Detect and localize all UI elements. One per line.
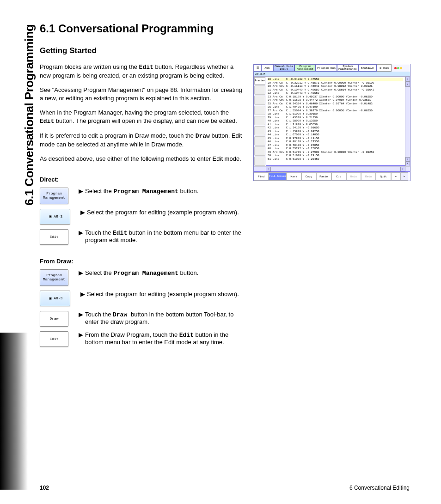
code-line: 31 Arc Cw X -0.10449 Y 0.48650 XCenter 0… <box>268 88 403 92</box>
side-tool-button[interactable] <box>254 106 265 115</box>
code-line: 50 Line X 0.51000 Y -0.28150 <box>268 154 403 158</box>
para-2: See "Accessing Program Management" on pa… <box>40 86 243 102</box>
fromdraw-step-2: ▶Select the program for editing (example… <box>80 291 247 298</box>
program-management-button[interactable]: ProgramManagement <box>40 188 68 204</box>
filename-bar: AR-3.M <box>254 72 410 77</box>
code-line: 43 Line X 1.15800 Y -0.08250 <box>268 130 403 134</box>
program-file-button[interactable]: ▣ AR-3 <box>40 291 70 306</box>
draw-button[interactable]: Draw <box>40 311 68 327</box>
code-line: 33 Arc Cw X 0.18189 Y 0.45037 XCenter 0.… <box>268 95 403 99</box>
program-listing: 28 Line X -0.34982 Y 0.4755029 Arc Cw X … <box>266 77 405 166</box>
direct-step-3: ▶Touch the Edit button in the bottom men… <box>79 229 245 243</box>
code-line: 30 Arc Ccw X -0.16113 Y 0.45042 XCenter … <box>268 85 403 88</box>
keyboard-icon[interactable]: ⌨ <box>391 172 400 181</box>
side-tool-button[interactable] <box>254 136 265 146</box>
code-line: 49 Arc Ccw X 0.51775 Y -0.27900 XCenter … <box>268 151 403 154</box>
code-line: 29 Arc Cw X -0.32012 Y 0.45571 XCenter 0… <box>268 81 403 85</box>
direct-step-2: ▶Select the program for editing (example… <box>80 209 247 216</box>
fromdraw-step-1: ▶Select the Program Management button. <box>79 269 245 277</box>
page-number: 102 <box>40 485 49 491</box>
fromdraw-step-3: ▶Touch the Draw button in the bottom but… <box>79 311 245 325</box>
redo-button[interactable]: Redo <box>361 172 376 181</box>
code-line: 42 Line X 1.24100 Y -0.01650 <box>268 126 403 130</box>
direct-step-1: ▶Select the Program Management button. <box>79 188 245 195</box>
para-4: If it is preferred to edit a program in … <box>40 132 243 148</box>
horizontal-scrollbar[interactable]: ◂ ▸ <box>254 166 410 171</box>
code-line: 39 Line X 1.45300 Y 0.21750 <box>268 116 403 120</box>
shutdown-button[interactable]: Shutdown <box>358 64 377 72</box>
edit-button[interactable]: Edit <box>40 331 68 347</box>
status-indicators <box>392 64 404 72</box>
paste-button[interactable]: Paste <box>316 172 331 181</box>
fromdraw-step-4: ▶From the Draw Program, touch the Edit b… <box>79 331 245 346</box>
scroll-left-icon[interactable]: ◂ <box>266 167 271 171</box>
editor-screenshot: ☰ ABC Manual DataInput ProgramManagement… <box>253 64 410 181</box>
menu-icon[interactable]: ☰ <box>254 64 261 72</box>
scroll-down-icon[interactable]: ▾ <box>405 161 410 166</box>
code-line: 46 Line X 0.88100 Y -0.23350 <box>268 140 403 144</box>
side-tool-button[interactable] <box>254 146 265 156</box>
find-button[interactable]: Find <box>254 172 269 181</box>
page-title: 6.1 Conversational Programming <box>40 22 410 35</box>
mark-button[interactable]: Mark <box>287 172 301 181</box>
code-line: 32 Line X -0.10443 Y 0.48650 <box>268 91 403 95</box>
left-gradient-strip <box>0 333 28 490</box>
para-1: Program blocks are written using the Edi… <box>40 63 243 79</box>
side-tool-button[interactable] <box>254 157 265 166</box>
side-tool-button[interactable] <box>254 116 265 125</box>
copy-button[interactable]: Copy <box>301 172 316 181</box>
system-maintenance-tab[interactable]: SystemMaintenance <box>337 64 358 72</box>
from-draw-label: From Draw: <box>40 258 410 265</box>
cut-button[interactable]: Cut <box>331 172 346 181</box>
code-line: 47 Line X 0.78100 Y -0.26850 <box>268 144 403 147</box>
code-line: 45 Line X 0.97800 Y -0.19150 <box>268 137 403 140</box>
code-line: 41 Line X 1.31800 Y 0.05550 <box>268 123 403 127</box>
undo-button[interactable]: Undo <box>346 172 361 181</box>
vertical-scrollbar[interactable]: ▴ ▴ ▾ ▾ <box>405 77 410 166</box>
chapter-label: 6 Conversational Editing <box>349 485 410 491</box>
code-line: 48 Line X 0.55242 Y -0.25850 <box>268 147 403 151</box>
code-line: 38 Line X 1.51000 Y 0.30650 <box>268 112 403 116</box>
code-line: 36 Line X 1.40426 Y 0.47509 <box>268 105 403 109</box>
side-tool-button[interactable] <box>254 85 265 95</box>
fullscreen-button[interactable]: Full-Screen <box>269 172 286 181</box>
side-tool-button[interactable] <box>254 96 265 105</box>
preview-button[interactable]: Preview <box>254 77 265 85</box>
mdi-tab[interactable]: Manual DataInput <box>273 64 294 72</box>
code-line: 44 Line X 1.07000 Y -0.14050 <box>268 133 403 137</box>
section-title: Getting Started <box>40 46 410 55</box>
code-line: 37 Arc Cw X 1.55024 Y 0.38370 XCenter 0.… <box>268 109 403 113</box>
code-line: 51 Line X 0.51000 Y -0.28450 <box>268 158 403 161</box>
next-arrow-icon[interactable]: ➤ <box>400 172 408 181</box>
program-file-button[interactable]: ▣ AR-3 <box>40 209 70 225</box>
quit-button[interactable]: Quit <box>376 172 391 181</box>
side-heading: 6.1 Conversational Programming <box>22 24 37 206</box>
code-line: 40 Line X 1.38900 Y 0.13350 <box>268 119 403 123</box>
code-line: 35 Arc Cw X 0.34324 Y 0.46400 XCenter 0.… <box>268 102 403 106</box>
scroll-right-icon[interactable]: ▸ <box>400 167 405 171</box>
scroll-up-icon[interactable]: ▴ <box>405 82 410 87</box>
para-5: As described above, use either of the fo… <box>40 155 243 163</box>
edit-button[interactable]: Edit <box>40 229 68 245</box>
abc-button[interactable]: ABC <box>261 64 273 72</box>
scroll-up-icon[interactable]: ▴ <box>405 77 410 82</box>
program-management-button[interactable]: ProgramManagement <box>40 269 68 286</box>
para-3: When in the Program Manager, having the … <box>40 109 243 125</box>
clock: 3:56pm <box>377 64 392 72</box>
program-run-tab[interactable]: Program Run <box>316 64 337 72</box>
code-line: 28 Line X -0.34982 Y 0.47550 <box>268 78 403 81</box>
program-management-tab[interactable]: ProgramManagement <box>294 64 316 72</box>
side-tool-button[interactable] <box>254 126 265 135</box>
code-line: 34 Arc Ccw X 0.31598 Y 0.44772 XCenter 0… <box>268 98 403 102</box>
